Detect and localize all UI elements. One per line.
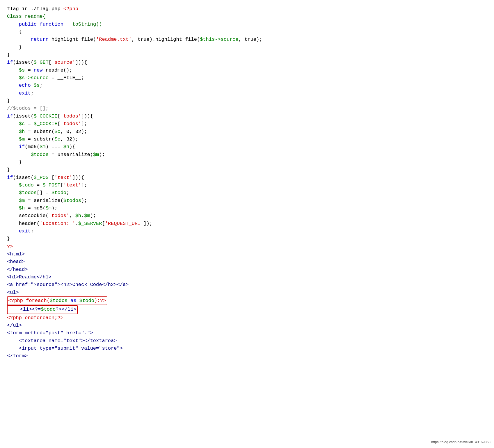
code-line: $h = md5($m); <box>7 205 487 212</box>
code-line: Class readme{ <box>7 13 487 20</box>
code-segment: if <box>7 60 13 65</box>
code-view: flag in ./flag.php <?phpClass readme{ pu… <box>7 5 487 360</box>
code-segment: $m <box>93 152 99 157</box>
code-segment <box>7 83 19 88</box>
code-segment <box>31 83 34 88</box>
code-segment: [ <box>61 182 63 188</box>
code-segment: Class readme{ <box>7 14 46 19</box>
code-segment: <html> <box>7 251 25 257</box>
code-line: exit; <box>7 90 487 97</box>
code-segment: </a> <box>117 282 129 287</box>
code-segment <box>7 152 31 157</box>
code-segment: $todo <box>19 182 34 188</box>
code-segment: <?php <box>63 6 78 12</box>
code-segment: } <box>7 236 10 241</box>
code-segment: ]; <box>81 182 87 188</box>
code-segment: [ <box>57 113 60 119</box>
code-segment: //$todos = []; <box>7 106 49 111</box>
code-segment: $todo <box>51 190 66 195</box>
code-segment: 'todos' <box>49 213 69 218</box>
code-segment: = __FILE__; <box>49 75 84 81</box>
code-line: return highlight_file('Readme.txt', true… <box>7 36 487 43</box>
code-line: $todo = $_POST['text']; <box>7 182 487 189</box>
highlight-box: <li><?=$todo?></li> <box>7 305 78 314</box>
code-segment: [ <box>51 175 54 180</box>
code-segment: <?php endforeach;?> <box>7 315 63 321</box>
code-segment <box>7 90 19 96</box>
code-segment: </ul> <box>7 323 22 328</box>
code-segment: <?php foreach( <box>8 298 50 303</box>
code-line: <textarea name="text"></textarea> <box>7 337 487 345</box>
code-segment: $m <box>19 198 25 203</box>
code-line: <input type="submit" value="store"> <box>7 345 487 352</box>
code-segment: $h <box>19 129 25 134</box>
code-segment: $h <box>19 205 25 211</box>
code-segment: exit <box>19 228 31 234</box>
code-segment: ); <box>81 198 87 203</box>
code-segment <box>7 37 31 42</box>
code-segment: ) === <box>46 144 63 150</box>
code-segment: } <box>7 167 10 173</box>
code-line: <?php foreach($todos as $todo):?> <box>7 296 487 305</box>
code-segment: , true); <box>239 37 262 42</box>
code-segment <box>7 182 19 188</box>
code-segment: ; <box>40 83 42 88</box>
code-line: } <box>7 159 487 166</box>
code-segment <box>7 121 19 127</box>
code-segment: $m <box>40 144 45 150</box>
code-segment: $s <box>34 83 40 88</box>
code-segment: = <box>25 121 34 127</box>
code-segment: = substr( <box>25 129 54 134</box>
code-segment: <h1>Readme</h1> <box>7 274 51 280</box>
code-segment: (isset( <box>13 175 33 180</box>
code-segment: 'Location: ' <box>40 221 75 226</box>
code-segment: [ <box>102 221 105 226</box>
code-segment: $todos <box>50 298 67 303</box>
code-line: if(isset($_COOKIE['todos'])){ <box>7 113 487 120</box>
code-segment: function <box>40 22 63 27</box>
code-segment <box>7 190 19 195</box>
code-line: { <box>7 28 487 36</box>
code-segment: . <box>75 221 78 226</box>
code-segment: $todo <box>41 307 56 312</box>
code-segment: exit <box>19 90 31 96</box>
code-segment: , true).highlight_file( <box>132 37 200 42</box>
code-segment: readme(); <box>42 67 72 73</box>
code-segment: $h <box>63 144 69 150</box>
code-segment: $_COOKIE <box>34 113 58 119</box>
code-segment: <a href="?source"> <box>7 282 61 287</box>
code-segment: $h <box>75 213 81 218</box>
code-segment <box>7 198 19 203</box>
code-segment: $m <box>46 205 51 211</box>
code-segment: __toString() <box>63 22 102 27</box>
code-line: </ul> <box>7 322 487 329</box>
code-segment: = substr( <box>25 136 54 142</box>
code-line: <li><?=$todo?></li> <box>7 305 487 314</box>
code-segment: ?></li> <box>56 307 76 312</box>
code-segment: ); <box>51 205 57 211</box>
code-segment: (isset( <box>13 113 33 119</box>
code-segment: = md5( <box>25 205 45 211</box>
code-segment: { <box>7 29 22 35</box>
code-segment: ){ <box>69 144 75 150</box>
code-segment: 'text' <box>63 182 81 188</box>
code-segment: $this->source <box>200 37 239 42</box>
code-line: public function __toString() <box>7 21 487 28</box>
code-line: header('Location: '.$_SERVER['REQUEST_UR… <box>7 220 487 227</box>
code-segment: if <box>7 175 13 180</box>
code-segment: } <box>7 45 22 50</box>
code-segment: if <box>7 113 13 119</box>
code-segment: . <box>81 213 84 218</box>
code-segment: ; <box>31 90 34 96</box>
code-segment <box>7 22 19 27</box>
code-segment: as <box>67 298 79 303</box>
code-line: $todos = unserialize($m); <box>7 151 487 159</box>
code-line: } <box>7 51 487 59</box>
code-line: $m = serialize($todos); <box>7 197 487 205</box>
code-segment: [ <box>49 60 51 65</box>
code-segment: (md5( <box>25 144 40 150</box>
code-segment: <textarea name="text"></textarea> <box>7 338 117 344</box>
code-segment: public <box>19 22 37 27</box>
code-line: $m = substr($c, 32); <box>7 136 487 143</box>
code-line: <ul> <box>7 289 487 296</box>
